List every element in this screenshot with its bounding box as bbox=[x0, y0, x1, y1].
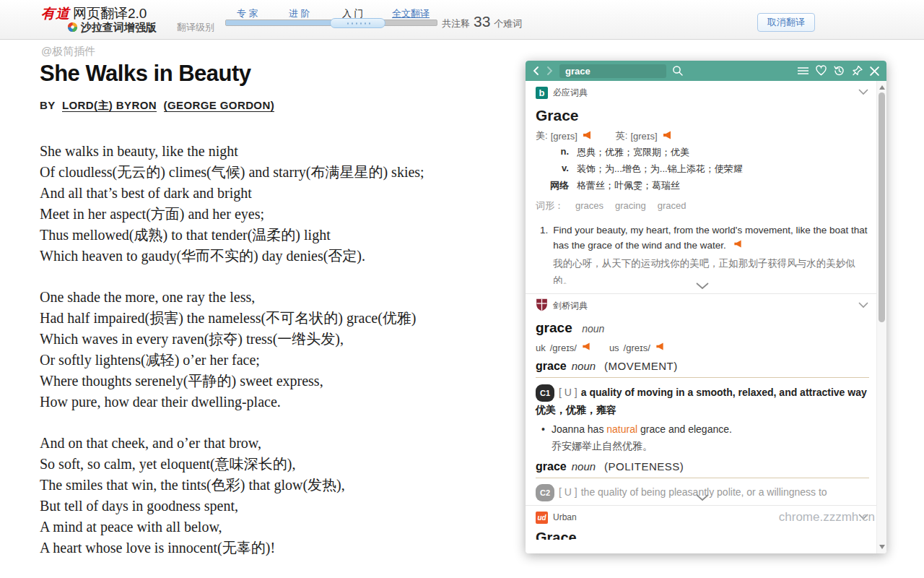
cambridge-pos: noun bbox=[582, 323, 604, 335]
level-full-translation[interactable]: 全文翻译 bbox=[392, 7, 430, 20]
pron-ipa-uk: /ɡreɪs/ bbox=[550, 342, 577, 353]
poem-line: A mind at peace with all below, bbox=[40, 517, 516, 538]
poem-body: She walks in beauty, like the night Of c… bbox=[40, 141, 516, 558]
poem-line: And all that’s best of dark and bright bbox=[40, 183, 516, 204]
sense-topic: (POLITENESS) bbox=[604, 460, 684, 473]
slider-handle[interactable] bbox=[330, 18, 385, 28]
search-icon[interactable] bbox=[672, 65, 684, 77]
slider-grip-dots bbox=[346, 22, 370, 25]
popup-scrollbar[interactable] bbox=[876, 81, 886, 553]
back-icon[interactable] bbox=[532, 66, 540, 76]
close-icon[interactable] bbox=[869, 66, 880, 77]
poem-line: Which waves in every raven(掠夺) tress(一绺头… bbox=[40, 329, 516, 350]
speaker-icon[interactable] bbox=[583, 130, 591, 142]
popup-content: b 必应词典 Grace 美: [greɪs] 英: [greɪs] bbox=[526, 81, 876, 553]
pron-label-us: 美: bbox=[536, 129, 548, 142]
poem-line: And on that cheek, and o’er that brow, bbox=[40, 433, 516, 454]
poem-line: She walks in beauty, like the night bbox=[40, 141, 516, 162]
chevron-down-icon[interactable] bbox=[858, 512, 869, 522]
speaker-icon[interactable] bbox=[582, 342, 590, 353]
pin-icon[interactable] bbox=[851, 65, 863, 77]
cambridge-section-header[interactable]: 剑桥词典 bbox=[536, 294, 869, 313]
poem-line: Thus mellowed(成熟) to that tender(温柔的) li… bbox=[40, 225, 516, 246]
speaker-icon[interactable] bbox=[733, 240, 742, 251]
form-item: gracing bbox=[615, 200, 646, 211]
example-english: Find your beauty, my heart, from the wor… bbox=[553, 225, 867, 251]
product-name: 网页翻译2.0 bbox=[73, 6, 147, 21]
sense-headword: grace bbox=[536, 460, 567, 473]
poem-line: So soft, so calm, yet eloquent(意味深长的), bbox=[40, 454, 516, 475]
slider-fill bbox=[226, 20, 331, 25]
forward-icon[interactable] bbox=[546, 66, 554, 76]
bing-source-label: 必应词典 bbox=[553, 87, 588, 99]
definition-row: v. 装饰；为...增色；为...锦上添花；使荣耀 bbox=[536, 163, 869, 176]
forms-label: 词形： bbox=[536, 200, 564, 211]
poem-line: Where thoughts serenely(平静的) sweet expre… bbox=[40, 371, 516, 392]
form-item: graces bbox=[575, 200, 603, 211]
pron-label-us: us bbox=[609, 342, 619, 353]
youdao-logo: 有道 bbox=[41, 6, 70, 21]
definition-row: 网络 格蕾丝；叶佩雯；葛瑞丝 bbox=[536, 179, 869, 192]
definition-english: a quality of moving in a smooth, relaxed… bbox=[581, 387, 867, 398]
plugin-name: 沙拉查词增强版 bbox=[81, 21, 157, 35]
word-forms: 词形：gracesgracinggraced bbox=[536, 199, 869, 212]
chevron-down-icon[interactable] bbox=[858, 301, 869, 311]
level-slider[interactable] bbox=[225, 20, 437, 26]
sense-definition: C1[ U ]a quality of moving in a smooth, … bbox=[536, 384, 869, 402]
cambridge-source-label: 剑桥词典 bbox=[553, 300, 588, 312]
cambridge-example: • Joanna has natural grace and elegance.… bbox=[536, 422, 869, 454]
annotation-count: 共注释 33 个难词 bbox=[442, 13, 522, 30]
byline-prefix: BY bbox=[40, 99, 55, 111]
level-expert[interactable]: 专 家 bbox=[237, 7, 258, 20]
bing-pronunciation: 美: [greɪs] 英: [greɪs] bbox=[536, 129, 869, 142]
urban-dictionary-section: ud Urban Grace bbox=[536, 506, 869, 540]
pron-ipa-us: [greɪs] bbox=[551, 131, 578, 142]
pron-ipa-us: /ɡreɪs/ bbox=[624, 342, 650, 353]
poem-line: Or softly lightens(减轻) o’er her face; bbox=[40, 350, 516, 371]
example-highlight: natural bbox=[606, 423, 637, 435]
cambridge-dictionary-section: 剑桥词典 grace noun uk /ɡreɪs/ us bbox=[536, 294, 869, 501]
history-icon[interactable] bbox=[833, 65, 845, 77]
definition-text: 恩典；优雅；宽限期；优美 bbox=[577, 146, 689, 159]
poem-line: But tell of days in goodness spent, bbox=[40, 496, 516, 517]
annotation-number: 33 bbox=[474, 13, 490, 30]
poem-line: Meet in her aspect(方面) and her eyes; bbox=[40, 204, 516, 225]
definition-text: 格蕾丝；叶佩雯；葛瑞丝 bbox=[577, 179, 680, 192]
scroll-up-icon[interactable] bbox=[879, 85, 885, 90]
author-link[interactable]: LORD(主) BYRON bbox=[62, 99, 157, 112]
level-advanced[interactable]: 进 阶 bbox=[289, 7, 310, 20]
pron-label-uk: 英: bbox=[616, 129, 628, 142]
cancel-translate-button[interactable]: 取消翻译 bbox=[757, 13, 815, 32]
annotation-suffix: 个难词 bbox=[494, 17, 522, 30]
urban-headword-partial: Grace bbox=[536, 530, 869, 540]
cefr-level-badge: C1 bbox=[536, 384, 554, 402]
poem-title: She Walks in Beauty bbox=[40, 61, 251, 87]
expand-section-button[interactable] bbox=[536, 493, 869, 501]
countability-label: [ U ] bbox=[559, 387, 578, 398]
scroll-down-icon[interactable] bbox=[879, 545, 885, 549]
scrollbar-thumb[interactable] bbox=[879, 92, 885, 322]
sense-heading-politeness: gracenoun(POLITENESS) bbox=[536, 460, 869, 478]
chevron-down-icon[interactable] bbox=[858, 87, 869, 98]
plugin-watermark: @极简插件 bbox=[41, 45, 95, 59]
sense-pos: noun bbox=[572, 460, 596, 473]
sense-pos: noun bbox=[572, 360, 596, 372]
pos-label: 网络 bbox=[536, 179, 569, 192]
pron-label-uk: uk bbox=[536, 342, 546, 353]
heart-icon[interactable] bbox=[815, 65, 827, 77]
form-item: graced bbox=[658, 200, 687, 211]
speaker-icon[interactable] bbox=[663, 130, 671, 142]
author-link-secondary[interactable]: (GEORGE GORDON) bbox=[164, 99, 275, 112]
search-input[interactable] bbox=[559, 64, 666, 78]
bing-section-header[interactable]: b 必应词典 bbox=[536, 81, 869, 100]
menu-icon[interactable] bbox=[797, 66, 809, 76]
popup-header bbox=[526, 61, 886, 81]
bing-dictionary-section: b 必应词典 Grace 美: [greɪs] 英: [greɪs] bbox=[536, 81, 869, 290]
annotation-prefix: 共注释 bbox=[442, 17, 470, 30]
example-chinese: 乔安娜举止自然优雅。 bbox=[552, 439, 869, 454]
speaker-icon[interactable] bbox=[655, 342, 664, 353]
poem-stanza-1: She walks in beauty, like the night Of c… bbox=[40, 141, 516, 267]
bing-headword: Grace bbox=[536, 107, 869, 124]
urban-section-header[interactable]: ud Urban bbox=[536, 506, 869, 525]
expand-section-button[interactable] bbox=[536, 282, 869, 290]
